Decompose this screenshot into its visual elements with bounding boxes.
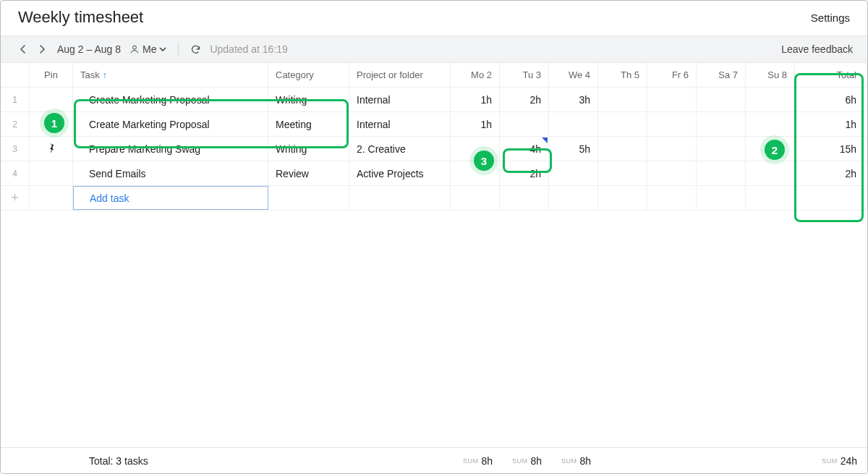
row-number: 1 bbox=[1, 88, 30, 111]
day-cell[interactable] bbox=[746, 88, 795, 111]
footer-sum-mo: SUM8h bbox=[451, 448, 500, 473]
category-cell[interactable]: Writing bbox=[268, 88, 349, 111]
pin-cell[interactable] bbox=[30, 88, 73, 111]
next-week-button[interactable] bbox=[34, 41, 50, 57]
add-row-plus[interactable]: + bbox=[1, 186, 30, 210]
day-cell[interactable] bbox=[598, 88, 647, 111]
timesheet-grid: Pin Task ↑ Category Project or folder Mo… bbox=[1, 63, 867, 211]
col-tu[interactable]: Tu 3 bbox=[500, 63, 549, 87]
category-cell[interactable]: Review bbox=[268, 161, 349, 185]
day-cell[interactable] bbox=[746, 161, 795, 185]
day-cell[interactable]: 1h bbox=[451, 88, 500, 111]
column-header-row: Pin Task ↑ Category Project or folder Mo… bbox=[1, 63, 867, 88]
pin-cell bbox=[30, 186, 73, 210]
task-cell[interactable]: Create Marketing Proposal bbox=[73, 88, 268, 111]
task-cell[interactable]: Send Emails bbox=[73, 161, 268, 185]
day-cell[interactable]: 5h bbox=[549, 137, 598, 161]
project-cell[interactable]: 2. Creative bbox=[349, 137, 451, 161]
footer-sum-tu: SUM8h bbox=[500, 448, 549, 473]
footer-sum-su bbox=[746, 448, 795, 473]
total-cell: 1h bbox=[795, 112, 867, 136]
pin-cell[interactable] bbox=[30, 161, 73, 185]
day-cell-marked[interactable]: 4h bbox=[500, 137, 549, 161]
date-range[interactable]: Aug 2 – Aug 8 bbox=[57, 43, 121, 55]
prev-week-button[interactable] bbox=[15, 41, 31, 57]
day-cell[interactable] bbox=[647, 112, 697, 136]
day-cell[interactable] bbox=[500, 112, 549, 136]
add-task-input[interactable]: Add task bbox=[73, 186, 268, 210]
col-pin[interactable]: Pin bbox=[30, 63, 73, 87]
updated-label: Updated at 16:19 bbox=[210, 43, 287, 55]
col-rownum bbox=[1, 63, 30, 87]
total-cell: 6h bbox=[795, 88, 867, 111]
task-cell[interactable]: Create Marketing Proposal bbox=[73, 112, 268, 136]
user-selector[interactable]: Me bbox=[129, 43, 166, 55]
project-cell[interactable]: Internal bbox=[349, 88, 451, 111]
footer-total-label: Total: 3 tasks bbox=[73, 448, 268, 473]
day-cell[interactable] bbox=[598, 161, 647, 185]
col-project[interactable]: Project or folder bbox=[349, 63, 451, 87]
table-row: 3 Prepare Marketing Swag Writing 2. Crea… bbox=[1, 137, 867, 161]
leave-feedback-link[interactable]: Leave feedback bbox=[781, 43, 853, 55]
day-cell[interactable]: 2h bbox=[500, 161, 549, 185]
toolbar: Aug 2 – Aug 8 Me Updated at 16:19 Leave … bbox=[1, 35, 867, 63]
day-cell[interactable] bbox=[598, 137, 647, 161]
day-cell[interactable] bbox=[598, 112, 647, 136]
day-cell[interactable] bbox=[697, 137, 746, 161]
col-th[interactable]: Th 5 bbox=[598, 63, 647, 87]
col-su[interactable]: Su 8 bbox=[746, 63, 795, 87]
project-cell[interactable]: Active Projects bbox=[349, 161, 451, 185]
pin-cell[interactable] bbox=[30, 137, 73, 161]
table-row: 1 Create Marketing Proposal Writing Inte… bbox=[1, 88, 867, 112]
callout-badge-1: 1 bbox=[44, 113, 64, 133]
col-we[interactable]: We 4 bbox=[549, 63, 598, 87]
day-cell[interactable] bbox=[549, 112, 598, 136]
col-task-label: Task bbox=[80, 69, 100, 80]
pin-icon bbox=[46, 143, 56, 155]
callout-badge-2: 2 bbox=[765, 140, 785, 160]
chevron-down-icon bbox=[159, 46, 166, 53]
col-category[interactable]: Category bbox=[268, 63, 349, 87]
footer-sum-sa bbox=[697, 448, 746, 473]
user-icon bbox=[129, 44, 140, 54]
day-cell[interactable] bbox=[647, 88, 697, 111]
page-title: Weekly timesheet bbox=[18, 8, 143, 27]
row-number: 3 bbox=[1, 137, 30, 161]
day-cell[interactable]: 3h bbox=[549, 88, 598, 111]
day-cell[interactable] bbox=[697, 161, 746, 185]
col-fr[interactable]: Fr 6 bbox=[647, 63, 697, 87]
footer-grand-total: SUM24h bbox=[795, 448, 867, 473]
table-row: 4 Send Emails Review Active Projects 2h … bbox=[1, 161, 867, 186]
total-cell: 15h bbox=[795, 137, 867, 161]
day-cell[interactable]: 1h bbox=[451, 112, 500, 136]
day-cell[interactable]: 2h bbox=[500, 88, 549, 111]
row-number: 4 bbox=[1, 161, 30, 185]
category-cell[interactable]: Writing bbox=[268, 137, 349, 161]
footer-sum-row: Total: 3 tasks SUM8h SUM8h SUM8h SUM24h bbox=[1, 447, 867, 473]
day-cell[interactable] bbox=[549, 161, 598, 185]
row-number: 2 bbox=[1, 112, 30, 136]
table-row: 2 Create Marketing Proposal Meeting Inte… bbox=[1, 112, 867, 137]
refresh-icon bbox=[190, 44, 201, 55]
day-cell[interactable] bbox=[697, 88, 746, 111]
toolbar-divider bbox=[178, 42, 179, 56]
refresh-button[interactable] bbox=[190, 44, 201, 55]
footer-sum-we: SUM8h bbox=[549, 448, 598, 473]
day-cell[interactable] bbox=[746, 112, 795, 136]
task-cell[interactable]: Prepare Marketing Swag bbox=[73, 137, 268, 161]
col-total[interactable]: Total bbox=[795, 63, 867, 87]
day-cell[interactable] bbox=[647, 161, 697, 185]
settings-link[interactable]: Settings bbox=[811, 12, 850, 24]
col-mo[interactable]: Mo 2 bbox=[451, 63, 500, 87]
svg-point-0 bbox=[133, 46, 137, 49]
col-task[interactable]: Task ↑ bbox=[73, 63, 268, 87]
project-cell[interactable]: Internal bbox=[349, 112, 451, 136]
day-cell[interactable] bbox=[697, 112, 746, 136]
add-task-row: + Add task bbox=[1, 186, 867, 211]
sort-asc-icon: ↑ bbox=[103, 70, 107, 80]
footer-sum-th bbox=[598, 448, 647, 473]
category-cell[interactable]: Meeting bbox=[268, 112, 349, 136]
total-cell: 2h bbox=[795, 161, 867, 185]
day-cell[interactable] bbox=[647, 137, 697, 161]
col-sa[interactable]: Sa 7 bbox=[697, 63, 746, 87]
